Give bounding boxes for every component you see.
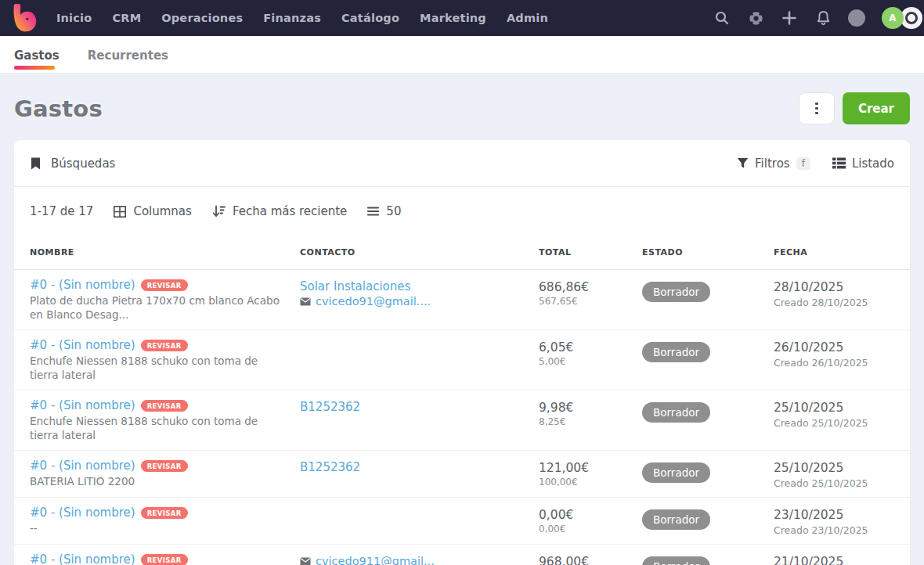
notifications-icon[interactable] (814, 9, 832, 27)
created-date: Creado 23/10/2025 (774, 524, 894, 536)
expense-description: Enchufe Niessen 8188 schuko con toma de … (30, 415, 289, 442)
expense-title-link[interactable]: #0 - (Sin nombre) (30, 398, 135, 413)
saved-searches-button[interactable]: Búsquedas (30, 157, 115, 171)
revisar-badge: REVISAR (141, 460, 188, 472)
table-body: #0 - (Sin nombre) REVISAR Plato de ducha… (14, 270, 910, 565)
name-cell: #0 - (Sin nombre) REVISAR Enchufe Niesse… (30, 398, 300, 442)
subtotal-amount: 100,00€ (539, 477, 642, 488)
list-toolbar: 1-17 de 17 Columnas Fecha más reciente (14, 187, 910, 236)
expense-row[interactable]: #0 - (Sin nombre) REVISAR -- 0,00€ 0,00€… (14, 498, 910, 545)
add-icon[interactable] (781, 9, 798, 27)
total-cell: 121,00€ 100,00€ (539, 459, 642, 489)
created-date: Creado 25/10/2025 (774, 477, 894, 489)
tab-recurrentes[interactable]: Recurrentes (88, 49, 168, 73)
status-cell: Borrador (642, 278, 774, 322)
date-cell: 28/10/2025 Creado 28/10/2025 (774, 278, 894, 322)
expense-title-link[interactable]: #0 - (Sin nombre) (30, 338, 135, 353)
status-circle-icon[interactable] (848, 9, 865, 27)
avatar[interactable]: A (882, 7, 904, 29)
rows-icon (367, 207, 379, 216)
filters-button[interactable]: Filtros f (737, 157, 810, 171)
sort-button[interactable]: Fecha más reciente (212, 204, 347, 218)
name-cell: #0 - (Sin nombre) REVISAR Enchufe Niesse… (30, 338, 300, 382)
columns-icon (114, 206, 126, 218)
expense-title-link[interactable]: #0 - (Sin nombre) (30, 552, 135, 565)
expense-row[interactable]: #0 - (Sin nombre) REVISAR Plato de ducha… (14, 270, 910, 330)
create-button[interactable]: Crear (843, 92, 910, 124)
status-cell: Borrador (642, 506, 774, 536)
contact-cell: B1252362 (300, 398, 539, 442)
view-mode-button[interactable]: Listado (832, 157, 894, 171)
expense-row[interactable]: #0 - (Sin nombre) REVISAR Metros cuadrad… (14, 545, 910, 565)
nav-item-catalogo[interactable]: Catálogo (341, 12, 399, 24)
contact-email-link[interactable]: cvicedo91@gmail.... (300, 294, 539, 309)
page-size-button[interactable]: 50 (367, 204, 401, 218)
filter-icon (737, 157, 749, 169)
help-icon[interactable] (747, 9, 764, 27)
sort-icon (212, 205, 226, 218)
expense-date: 25/10/2025 (774, 460, 894, 476)
column-header-nombre: NOMBRE (30, 247, 300, 257)
columns-button[interactable]: Columnas (114, 204, 191, 218)
column-header-total: TOTAL (539, 247, 642, 257)
nav-item-crm[interactable]: CRM (112, 12, 141, 24)
contact-email-link[interactable]: cvicedo911@gmail... (300, 554, 539, 565)
expense-date: 28/10/2025 (774, 279, 894, 295)
subtotal-amount: 567,65€ (539, 296, 642, 307)
expense-description: -- (30, 522, 289, 536)
status-cell: Borrador (642, 459, 774, 489)
subtotal-amount: 5,00€ (539, 356, 642, 367)
nav-item-finanzas[interactable]: Finanzas (263, 12, 321, 24)
holded-logo-icon[interactable] (11, 2, 42, 34)
total-amount: 9,98€ (539, 400, 642, 416)
date-cell: 23/10/2025 Creado 23/10/2025 (774, 506, 894, 536)
nav-item-operaciones[interactable]: Operaciones (161, 12, 243, 24)
status-badge: Borrador (642, 462, 710, 483)
section-tabs: Gastos Recurrentes (0, 36, 924, 74)
contact-cell (300, 506, 539, 536)
list-view-icon (832, 157, 846, 169)
top-navigation: Inicio CRM Operaciones Finanzas Catálogo… (0, 0, 924, 36)
columns-label: Columnas (133, 204, 191, 218)
status-cell: Borrador (642, 552, 774, 565)
total-cell: 9,98€ 8,25€ (539, 398, 642, 442)
more-options-button[interactable] (799, 92, 835, 124)
saved-searches-row: Búsquedas Filtros f Listado (14, 140, 910, 187)
created-date: Creado 25/10/2025 (774, 417, 894, 429)
expense-row[interactable]: #0 - (Sin nombre) REVISAR BATERIA LITIO … (14, 451, 910, 498)
contact-cell: cvicedo911@gmail... (300, 552, 539, 565)
secondary-avatar[interactable] (901, 7, 922, 29)
contact-name-link[interactable]: B1252362 (300, 400, 539, 415)
contact-cell: B1252362 (300, 459, 539, 489)
expense-row[interactable]: #0 - (Sin nombre) REVISAR Enchufe Niesse… (14, 390, 910, 451)
avatar-stack: A (882, 6, 913, 30)
nav-item-marketing[interactable]: Marketing (420, 12, 486, 24)
page-title: Gastos (14, 95, 103, 122)
contact-name-link[interactable]: B1252362 (300, 460, 539, 475)
status-badge: Borrador (642, 509, 710, 530)
tab-gastos[interactable]: Gastos (14, 49, 60, 73)
name-cell: #0 - (Sin nombre) REVISAR Metros cuadrad… (30, 552, 300, 565)
expense-title-link[interactable]: #0 - (Sin nombre) (30, 278, 135, 293)
nav-item-admin[interactable]: Admin (507, 12, 548, 24)
expense-title-link[interactable]: #0 - (Sin nombre) (30, 506, 135, 520)
bookmark-icon (30, 157, 42, 171)
revisar-badge: REVISAR (141, 400, 188, 412)
date-cell: 26/10/2025 Creado 26/10/2025 (774, 338, 894, 382)
name-cell: #0 - (Sin nombre) REVISAR BATERIA LITIO … (30, 459, 300, 489)
date-cell: 25/10/2025 Creado 25/10/2025 (774, 398, 894, 442)
envelope-icon (300, 557, 311, 565)
nav-item-inicio[interactable]: Inicio (56, 12, 92, 24)
saved-searches-label: Búsquedas (51, 157, 115, 171)
page-size-label: 50 (386, 204, 401, 218)
page-header: Gastos Crear (0, 74, 924, 140)
contact-name-link[interactable]: Solar Instalaciones (300, 279, 539, 294)
search-icon[interactable] (713, 9, 731, 27)
column-header-contacto: CONTACTO (300, 247, 539, 257)
contact-cell (300, 338, 539, 382)
table-header: NOMBRE CONTACTO TOTAL ESTADO FECHA (14, 236, 910, 270)
revisar-badge: REVISAR (141, 554, 188, 565)
name-cell: #0 - (Sin nombre) REVISAR Plato de ducha… (30, 278, 300, 322)
expense-row[interactable]: #0 - (Sin nombre) REVISAR Enchufe Niesse… (14, 330, 910, 390)
expense-title-link[interactable]: #0 - (Sin nombre) (30, 459, 135, 473)
